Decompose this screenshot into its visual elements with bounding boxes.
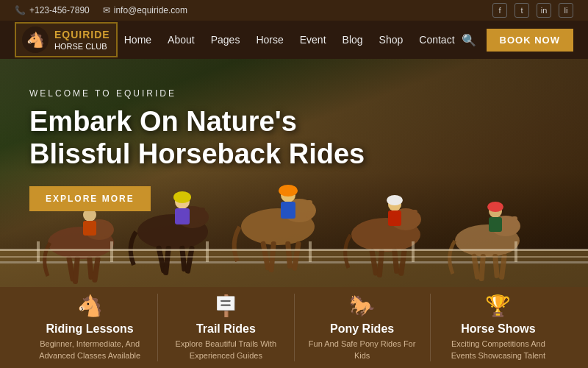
- email-address: info@equiride.com: [114, 5, 187, 15]
- nav-about[interactable]: About: [168, 34, 195, 46]
- svg-rect-53: [37, 241, 40, 262]
- pony-rides-desc: Fun And Safe Pony Rides For Kids: [306, 339, 419, 361]
- svg-point-40: [387, 195, 403, 205]
- contact-info: 📞 +123-456-7890 ✉ info@equiride.com: [15, 5, 187, 15]
- linkedin-icon[interactable]: li: [559, 3, 573, 18]
- search-icon[interactable]: 🔍: [462, 33, 476, 47]
- riding-lessons-desc: Beginner, Intermediate, And Advanced Cla…: [33, 339, 146, 361]
- service-trail-rides: 🪧 Trail Rides Explore Beautiful Trails W…: [158, 294, 294, 361]
- phone-info: 📞 +123-456-7890: [15, 5, 90, 15]
- book-now-button[interactable]: BOOK NOW: [487, 29, 573, 52]
- pony-rides-title: Pony Rides: [330, 322, 394, 336]
- nav-pages[interactable]: Pages: [211, 34, 240, 46]
- facebook-icon[interactable]: f: [492, 3, 507, 18]
- svg-rect-54: [110, 241, 113, 262]
- email-info: ✉ info@equiride.com: [103, 5, 187, 15]
- horse-shows-desc: Exciting Competitions And Events Showcas…: [442, 339, 555, 361]
- svg-rect-51: [0, 249, 588, 251]
- service-riding-lessons: 🐴 Riding Lessons Beginner, Intermediate,…: [22, 294, 158, 361]
- svg-rect-57: [412, 241, 415, 262]
- riding-lessons-icon: 🐴: [77, 294, 103, 318]
- logo-icon: 🐴: [22, 26, 49, 53]
- svg-rect-4: [104, 222, 110, 237]
- phone-number: +123-456-7890: [29, 5, 90, 15]
- instagram-icon[interactable]: in: [537, 3, 551, 18]
- social-links: f t in li: [492, 3, 573, 18]
- hero-section: WELCOME TO EQUIRIDE Embark On Nature's B…: [0, 59, 588, 287]
- horse-shows-icon: 🏆: [485, 294, 511, 318]
- riding-lessons-title: Riding Lessons: [46, 322, 134, 336]
- nav-shop[interactable]: Shop: [379, 34, 404, 46]
- top-bar: 📞 +123-456-7890 ✉ info@equiride.com f t …: [0, 0, 588, 21]
- svg-rect-10: [83, 221, 96, 236]
- svg-rect-52: [0, 256, 588, 258]
- trail-rides-icon: 🪧: [213, 294, 239, 318]
- svg-rect-58: [514, 241, 517, 262]
- nav-horse[interactable]: Horse: [256, 34, 283, 46]
- nav-actions: 🔍 BOOK NOW: [462, 29, 573, 52]
- phone-icon: 📞: [15, 5, 26, 15]
- horse-shows-title: Horse Shows: [461, 322, 535, 336]
- service-pony-rides: 🐎 Pony Rides Fun And Safe Pony Rides For…: [295, 294, 431, 361]
- svg-rect-43: [512, 216, 517, 231]
- nav-blog[interactable]: Blog: [343, 34, 363, 46]
- hero-content: WELCOME TO EQUIRIDE Embark On Nature's B…: [29, 88, 382, 211]
- svg-rect-55: [206, 241, 209, 262]
- nav-event[interactable]: Event: [300, 34, 326, 46]
- nav-home[interactable]: Home: [124, 34, 151, 46]
- svg-rect-49: [489, 217, 502, 232]
- nav-contact[interactable]: Contact: [419, 34, 454, 46]
- svg-rect-33: [412, 210, 417, 226]
- svg-rect-39: [388, 210, 401, 226]
- navbar: 🐴 EQUIRIDE HORSE CLUB Home About Pages H…: [0, 21, 588, 59]
- twitter-icon[interactable]: t: [514, 3, 529, 18]
- logo[interactable]: 🐴 EQUIRIDE HORSE CLUB: [15, 22, 118, 57]
- explore-more-button[interactable]: EXPLORE MORE: [29, 186, 151, 211]
- svg-rect-56: [309, 241, 312, 262]
- pony-rides-icon: 🐎: [349, 294, 375, 318]
- trail-rides-desc: Explore Beautiful Trails With Experience…: [169, 339, 282, 361]
- logo-text: EQUIRIDE HORSE CLUB: [54, 28, 110, 52]
- main-nav: Home About Pages Horse Event Blog Shop C…: [124, 34, 455, 46]
- trail-rides-title: Trail Rides: [196, 322, 256, 336]
- email-icon: ✉: [103, 5, 110, 15]
- svg-point-50: [487, 202, 503, 212]
- hero-title: Embark On Nature's Blissful Horseback Ri…: [29, 106, 382, 170]
- hero-subtitle: WELCOME TO EQUIRIDE: [29, 88, 382, 99]
- service-horse-shows: 🏆 Horse Shows Exciting Competitions And …: [431, 294, 566, 361]
- services-bar: 🐴 Riding Lessons Beginner, Intermediate,…: [0, 287, 588, 368]
